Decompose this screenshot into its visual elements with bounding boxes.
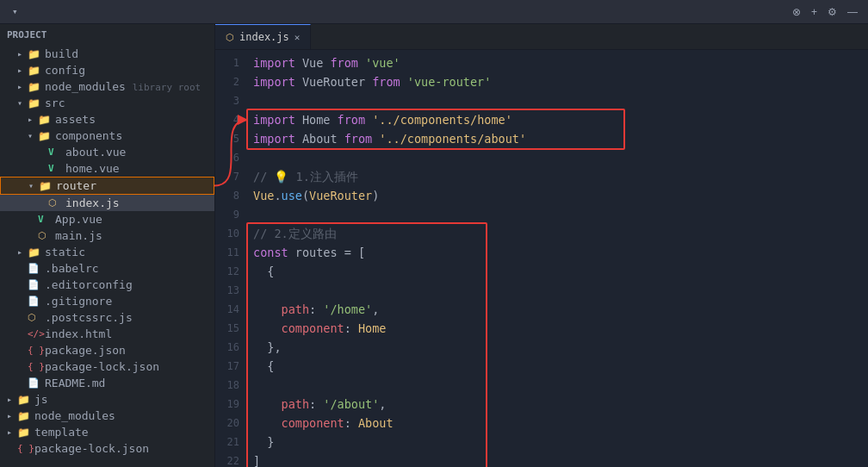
sidebar-item-package-lock.json[interactable]: { } package-lock.json bbox=[0, 358, 214, 375]
line-number: 2 bbox=[215, 72, 250, 91]
chevron-icon: ▸ bbox=[17, 65, 28, 75]
sidebar-item-about.vue[interactable]: V about.vue bbox=[0, 144, 214, 160]
line-number: 14 bbox=[215, 300, 250, 319]
sidebar-item-label: package-lock.json bbox=[34, 442, 149, 455]
line-number: 16 bbox=[215, 338, 250, 357]
folder-icon: 📁 bbox=[38, 130, 52, 142]
sidebar-item-index.html[interactable]: </> index.html bbox=[0, 326, 214, 342]
code-line: 8Vue.use(VueRouter) bbox=[215, 186, 868, 205]
js-icon: ⬡ bbox=[38, 230, 52, 241]
title-bar: ▾ ⊗ + ⚙ — bbox=[0, 0, 868, 24]
line-content: { bbox=[250, 262, 868, 281]
sidebar-item-label: App.vue bbox=[55, 213, 102, 226]
line-number: 12 bbox=[215, 262, 250, 281]
line-number: 22 bbox=[215, 451, 250, 467]
code-line: 4import Home from '../components/home' bbox=[215, 110, 868, 129]
line-content: Vue.use(VueRouter) bbox=[250, 186, 868, 205]
tab-index-js[interactable]: ⬡ index.js ✕ bbox=[215, 24, 311, 49]
sidebar-item-label: about.vue bbox=[65, 146, 126, 159]
line-number: 5 bbox=[215, 129, 250, 148]
sidebar-item-.babelrc[interactable]: 📄 .babelrc bbox=[0, 260, 214, 277]
html-icon: </> bbox=[28, 328, 41, 339]
folder-icon: 📁 bbox=[28, 97, 41, 109]
line-content: path: '/about', bbox=[250, 395, 868, 414]
sidebar-item-label: components bbox=[55, 129, 122, 142]
vue-icon: V bbox=[48, 146, 62, 158]
chevron-icon: ▾ bbox=[17, 98, 28, 108]
line-content bbox=[250, 376, 868, 395]
code-line: 14 path: '/home', bbox=[215, 300, 868, 319]
tab-icon: ⬡ bbox=[226, 32, 234, 43]
sidebar-item-build[interactable]: ▸ 📁 build bbox=[0, 46, 214, 62]
sidebar: PROJECT ▸ 📁 build ▸ 📁 config ▸ 📁 node_mo… bbox=[0, 24, 215, 467]
sidebar-item-static[interactable]: ▸ 📁 static bbox=[0, 244, 214, 260]
sidebar-item-package.json[interactable]: { } package.json bbox=[0, 342, 214, 358]
close-button[interactable]: ⊗ bbox=[789, 4, 804, 20]
folder-icon: 📁 bbox=[17, 394, 31, 406]
line-content: // 2.定义路由 bbox=[250, 224, 868, 243]
sidebar-item-main.js[interactable]: ⬡ main.js bbox=[0, 227, 214, 244]
sidebar-item-label: index.html bbox=[45, 327, 112, 340]
sidebar-item-index.js[interactable]: ⬡ index.js bbox=[0, 195, 214, 211]
editor-area: ⬡ index.js ✕ 1import Vue from 'vue'2impo… bbox=[215, 24, 868, 467]
sidebar-item-App.vue[interactable]: V App.vue bbox=[0, 211, 214, 227]
chevron-icon: ▸ bbox=[17, 247, 28, 257]
add-button[interactable]: + bbox=[808, 4, 821, 20]
sidebar-item-template[interactable]: ▸ 📁 template bbox=[0, 424, 214, 440]
line-content: ] bbox=[250, 451, 868, 467]
sidebar-item-config[interactable]: ▸ 📁 config bbox=[0, 62, 214, 78]
sidebar-item-package-lock2[interactable]: { } package-lock.json bbox=[0, 440, 214, 457]
code-line: 9 bbox=[215, 205, 868, 224]
js-icon: ⬡ bbox=[48, 197, 62, 209]
sidebar-item-.gitignore[interactable]: 📄 .gitignore bbox=[0, 293, 214, 309]
sidebar-item-node_modules2[interactable]: ▸ 📁 node_modules bbox=[0, 408, 214, 424]
code-editor[interactable]: 1import Vue from 'vue'2import VueRouter … bbox=[215, 50, 868, 467]
sidebar-item-README.md[interactable]: 📄 README.md bbox=[0, 375, 214, 391]
dropdown-icon[interactable]: ▾ bbox=[12, 6, 18, 17]
sidebar-item-label: build bbox=[45, 47, 78, 60]
sidebar-item-src[interactable]: ▾ 📁 src bbox=[0, 95, 214, 111]
folder-icon: 📁 bbox=[17, 410, 31, 422]
folder-icon: 📁 bbox=[28, 65, 41, 77]
sidebar-item-label: assets bbox=[55, 113, 96, 126]
line-content: path: '/home', bbox=[250, 300, 868, 319]
sidebar-item-label: package.json bbox=[45, 344, 126, 357]
folder-icon: 📁 bbox=[38, 114, 52, 126]
sidebar-item-router[interactable]: ▾ 📁 router bbox=[0, 177, 214, 195]
code-line: 7// 💡 1.注入插件 bbox=[215, 167, 868, 186]
sidebar-item-label: index.js bbox=[65, 196, 120, 209]
tab-close-icon[interactable]: ✕ bbox=[294, 32, 301, 43]
minimize-button[interactable]: — bbox=[844, 4, 861, 20]
sidebar-item-label: js bbox=[34, 393, 48, 406]
sidebar-item-assets[interactable]: ▸ 📁 assets bbox=[0, 111, 214, 128]
file-icon: 📄 bbox=[28, 377, 41, 389]
sidebar-item-node_modules[interactable]: ▸ 📁 node_modules library root bbox=[0, 78, 214, 95]
sidebar-item-components[interactable]: ▾ 📁 components bbox=[0, 128, 214, 144]
line-content bbox=[250, 281, 868, 300]
line-content: import Home from '../components/home' bbox=[250, 110, 868, 129]
line-content: }, bbox=[250, 338, 868, 357]
line-number: 4 bbox=[215, 110, 250, 129]
line-number: 15 bbox=[215, 319, 250, 338]
sidebar-item-label: .gitignore bbox=[45, 295, 112, 308]
sidebar-item-label: static bbox=[45, 246, 85, 258]
line-content: import Vue from 'vue' bbox=[250, 53, 868, 72]
chevron-icon: ▸ bbox=[7, 395, 17, 404]
line-number: 10 bbox=[215, 224, 250, 243]
file-icon: 📄 bbox=[28, 263, 41, 274]
sidebar-item-.postcssrc.js[interactable]: ⬡ .postcssrc.js bbox=[0, 309, 214, 326]
code-line: 2import VueRouter from 'vue-router' bbox=[215, 72, 868, 91]
sidebar-item-label: README.md bbox=[45, 377, 105, 389]
chevron-icon: ▸ bbox=[17, 49, 28, 59]
settings-button[interactable]: ⚙ bbox=[824, 4, 840, 20]
sidebar-item-.editorconfig[interactable]: 📄 .editorconfig bbox=[0, 277, 214, 293]
sidebar-item-home.vue[interactable]: V home.vue bbox=[0, 160, 214, 177]
sidebar-item-js[interactable]: ▸ 📁 js bbox=[0, 391, 214, 408]
line-content: component: About bbox=[250, 414, 868, 433]
code-line: 16 }, bbox=[215, 338, 868, 357]
line-content bbox=[250, 205, 868, 224]
file-icon: 📄 bbox=[28, 296, 41, 307]
line-content: // 💡 1.注入插件 bbox=[250, 167, 868, 186]
sidebar-item-label: package-lock.json bbox=[45, 360, 159, 373]
chevron-icon: ▸ bbox=[7, 427, 17, 437]
